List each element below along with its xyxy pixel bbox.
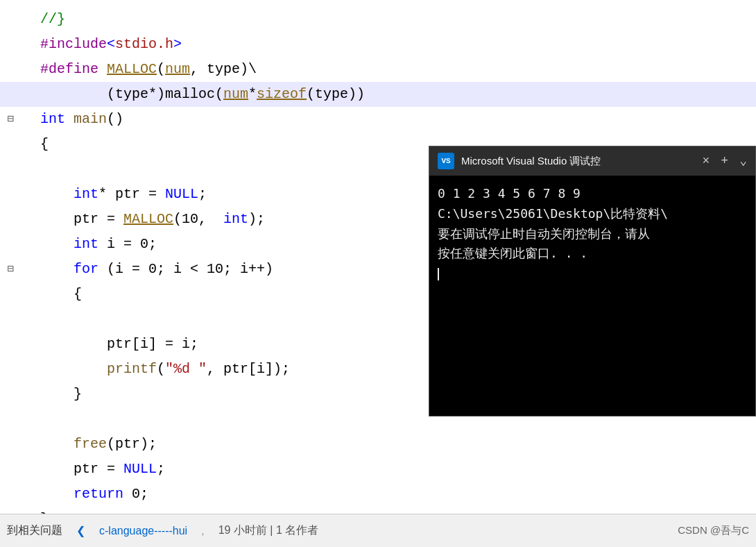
vs-icon-text: VS [441,157,450,165]
console-newtab-button[interactable]: + [721,155,728,167]
code-line-20: return 0; [0,482,756,507]
console-dropdown-button[interactable]: ⌄ [739,155,747,167]
code-content-18: free(ptr); [35,432,756,457]
code-content-20: return 0; [35,482,756,507]
console-cursor [438,268,439,280]
vs-console-window: VS Microsoft Visual Studio 调试控 × + ⌄ 0 1… [429,146,756,416]
code-content-2: #include<stdio.h> [35,32,756,57]
code-line-2: #include<stdio.h> [0,32,756,57]
file-info: 19 小时前 | 1 名作者 [218,523,319,538]
code-content-19: ptr = NULL; [35,457,756,482]
code-content-21: } [35,507,756,514]
code-line-5: ⊟ int main() [0,107,756,132]
line-gutter-11: ⊟ [0,257,21,282]
console-output-line1: 0 1 2 3 4 5 6 7 8 9 [438,184,747,204]
nav-arrow: ❮ [76,524,85,537]
console-close-button[interactable]: × [703,155,710,167]
status-branding: CSDN @吾与C [678,524,749,537]
code-content-1: //} [35,7,756,32]
console-titlebar: VS Microsoft Visual Studio 调试控 × + ⌄ [429,146,755,176]
console-output-line4: 按任意键关闭此窗口. . . [438,244,747,264]
code-line-18: free(ptr); [0,432,756,457]
code-line-1: //} [0,7,756,32]
code-content-5: int main() [35,107,756,132]
file-separator: , [201,525,204,537]
file-name[interactable]: c-language-----hui [99,525,187,537]
vs-icon: VS [438,153,454,169]
code-content-4: (type*)malloc(num*sizeof(type)) [35,82,756,107]
console-title: Microsoft Visual Studio 调试控 [461,155,696,168]
issue-text: 到相关问题 [7,523,62,538]
status-bar: 到相关问题 ❮ c-language-----hui , 19 小时前 | 1 … [0,514,756,547]
console-controls: × + ⌄ [703,155,747,167]
line-gutter-5: ⊟ [0,107,21,132]
code-content-3: #define MALLOC(num, type)\ [35,57,756,82]
code-line-19: ptr = NULL; [0,457,756,482]
console-output-line3: 要在调试停止时自动关闭控制台，请从 [438,224,747,244]
code-line-4: (type*)malloc(num*sizeof(type)) [0,82,756,107]
code-line-3: #define MALLOC(num, type)\ [0,57,756,82]
code-line-21: } [0,507,756,514]
console-output: 0 1 2 3 4 5 6 7 8 9 C:\Users\25061\Deskt… [429,176,755,416]
console-output-line2: C:\Users\25061\Desktop\比特资料\ [438,204,747,224]
status-left: 到相关问题 ❮ c-language-----hui , 19 小时前 | 1 … [7,523,678,538]
